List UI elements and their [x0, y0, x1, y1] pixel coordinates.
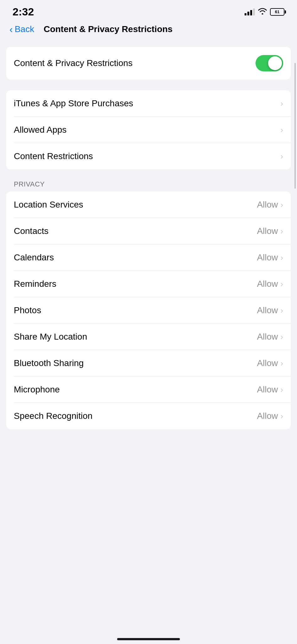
speech-recognition-item[interactable]: Speech Recognition Allow ›	[6, 403, 291, 429]
back-label: Back	[15, 24, 34, 34]
contacts-label: Contacts	[14, 226, 49, 236]
chevron-right-icon: ›	[280, 152, 283, 161]
speech-recognition-label: Speech Recognition	[14, 411, 93, 421]
main-menu-section: iTunes & App Store Purchases › Allowed A…	[6, 90, 291, 169]
toggle-label: Content & Privacy Restrictions	[14, 58, 132, 68]
calendars-value: Allow	[257, 253, 278, 263]
chevron-right-icon: ›	[280, 279, 283, 289]
photos-item[interactable]: Photos Allow ›	[6, 297, 291, 324]
photos-value: Allow	[257, 305, 278, 315]
battery-icon: 61	[270, 8, 284, 16]
bluetooth-sharing-label: Bluetooth Sharing	[14, 358, 84, 368]
reminders-value: Allow	[257, 279, 278, 289]
back-button[interactable]: ‹ Back	[9, 24, 34, 34]
content-privacy-toggle-row: Content & Privacy Restrictions	[14, 47, 283, 80]
chevron-right-icon: ›	[280, 306, 283, 315]
reminders-right: Allow ›	[257, 279, 283, 289]
content-restrictions-item[interactable]: Content Restrictions ›	[6, 143, 291, 169]
photos-label: Photos	[14, 305, 41, 315]
navigation-bar: ‹ Back Content & Privacy Restrictions	[0, 21, 297, 41]
chevron-right-icon: ›	[280, 332, 283, 342]
microphone-item[interactable]: Microphone Allow ›	[6, 376, 291, 403]
calendars-right: Allow ›	[257, 253, 283, 263]
toggle-knob	[268, 56, 282, 70]
scroll-indicator	[294, 63, 296, 189]
status-bar: 2:32 61	[0, 0, 297, 21]
location-services-value: Allow	[257, 200, 278, 210]
bluetooth-sharing-item[interactable]: Bluetooth Sharing Allow ›	[6, 350, 291, 376]
microphone-label: Microphone	[14, 385, 60, 395]
back-chevron-icon: ‹	[9, 24, 13, 34]
share-my-location-label: Share My Location	[14, 332, 87, 342]
reminders-label: Reminders	[14, 279, 56, 289]
bluetooth-sharing-value: Allow	[257, 358, 278, 368]
chevron-right-icon: ›	[280, 411, 283, 421]
chevron-right-icon: ›	[280, 200, 283, 210]
allowed-apps-label: Allowed Apps	[14, 125, 67, 135]
privacy-menu-section: Location Services Allow › Contacts Allow…	[6, 192, 291, 429]
speech-recognition-value: Allow	[257, 411, 278, 421]
home-indicator	[117, 638, 180, 640]
content-restrictions-label: Content Restrictions	[14, 151, 93, 161]
contacts-item[interactable]: Contacts Allow ›	[6, 218, 291, 244]
microphone-value: Allow	[257, 385, 278, 395]
itunes-app-store-purchases-item[interactable]: iTunes & App Store Purchases ›	[6, 90, 291, 117]
toggle-section: Content & Privacy Restrictions	[6, 47, 291, 80]
chevron-right-icon: ›	[280, 385, 283, 395]
photos-right: Allow ›	[257, 305, 283, 315]
share-my-location-value: Allow	[257, 332, 278, 342]
reminders-item[interactable]: Reminders Allow ›	[6, 271, 291, 297]
signal-icon	[245, 8, 255, 15]
contacts-value: Allow	[257, 226, 278, 236]
contacts-right: Allow ›	[257, 226, 283, 236]
itunes-app-store-purchases-label: iTunes & App Store Purchases	[14, 98, 133, 108]
page-title: Content & Privacy Restrictions	[44, 24, 173, 34]
calendars-item[interactable]: Calendars Allow ›	[6, 244, 291, 271]
main-content: Content & Privacy Restrictions iTunes & …	[0, 41, 297, 446]
share-my-location-right: Allow ›	[257, 332, 283, 342]
status-icons: 61	[245, 8, 284, 16]
chevron-right-icon: ›	[280, 99, 283, 108]
privacy-section-header: PRIVACY	[6, 180, 291, 192]
location-services-right: Allow ›	[257, 200, 283, 210]
share-my-location-item[interactable]: Share My Location Allow ›	[6, 324, 291, 350]
allowed-apps-item[interactable]: Allowed Apps ›	[6, 117, 291, 143]
chevron-right-icon: ›	[280, 226, 283, 236]
location-services-item[interactable]: Location Services Allow ›	[6, 192, 291, 218]
calendars-label: Calendars	[14, 253, 54, 263]
content-restrictions-right: ›	[280, 152, 283, 161]
content-privacy-toggle[interactable]	[256, 55, 283, 71]
location-services-label: Location Services	[14, 200, 83, 210]
chevron-right-icon: ›	[280, 125, 283, 135]
chevron-right-icon: ›	[280, 253, 283, 263]
itunes-app-store-purchases-right: ›	[280, 99, 283, 108]
bluetooth-sharing-right: Allow ›	[257, 358, 283, 368]
microphone-right: Allow ›	[257, 385, 283, 395]
speech-recognition-right: Allow ›	[257, 411, 283, 421]
allowed-apps-right: ›	[280, 125, 283, 135]
wifi-icon	[258, 8, 267, 16]
status-time: 2:32	[13, 6, 34, 18]
chevron-right-icon: ›	[280, 358, 283, 368]
